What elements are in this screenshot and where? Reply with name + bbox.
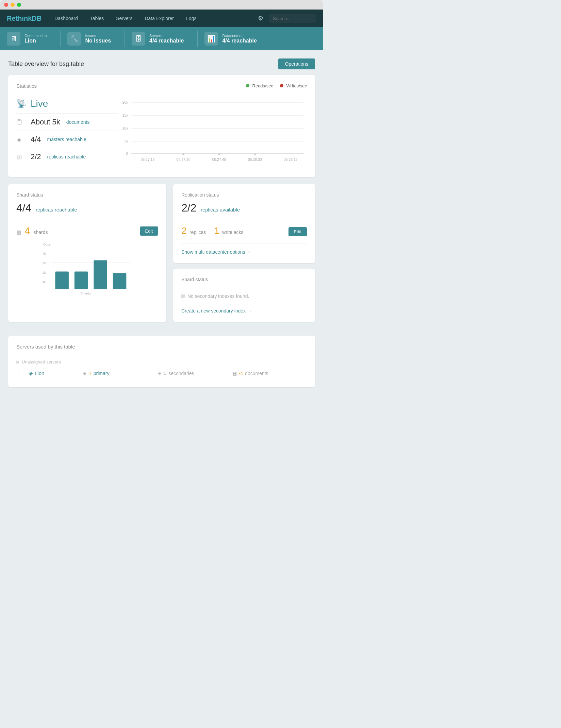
shard-count: 4 <box>24 225 30 236</box>
divider-3 <box>197 31 198 47</box>
servers-title: Servers used by this table <box>16 344 307 350</box>
nav-icons: ⚙ <box>258 14 316 23</box>
secondary-indexes-title: Shard status <box>181 277 307 282</box>
svg-text:10k: 10k <box>122 126 129 130</box>
unassigned-label: Unassigned servers <box>16 359 307 365</box>
write-acks-label: write acks <box>222 230 243 235</box>
server-link[interactable]: Lion <box>35 370 44 376</box>
server-name: ◈ Lion <box>29 370 83 376</box>
shards-label: shards <box>33 230 48 235</box>
svg-text:05:27:15: 05:27:15 <box>141 157 155 162</box>
shard-status-title: Shard status <box>16 192 158 198</box>
replicas-icon: ⊞ <box>16 153 27 161</box>
legend-reads: Reads/sec <box>246 83 273 88</box>
svg-text:05:27:45: 05:27:45 <box>212 157 226 162</box>
svg-point-16 <box>182 153 184 155</box>
connected-label: Connected to <box>24 34 47 38</box>
legend-writes: Writes/sec <box>280 83 307 88</box>
nav-logs[interactable]: Logs <box>180 10 202 27</box>
statistics-chart: 20k 15k 10k 5k 0 05:27:15 05:27:30 05:27… <box>118 94 307 169</box>
sharding-edit-button[interactable]: Edit <box>140 226 158 236</box>
replication-sub: replicas available <box>201 207 240 213</box>
replication-value: 2/2 <box>181 202 196 214</box>
monitor-icon: 🖥 <box>7 32 20 46</box>
stat-replicas: ⊞ 2/2 replicas reachable <box>16 148 118 165</box>
server-secondaries-stat: ⊞ 0 secondaries <box>158 371 232 376</box>
servers-label: Servers <box>149 34 184 38</box>
svg-text:15k: 15k <box>122 113 129 117</box>
operations-button[interactable]: Operations <box>278 58 315 69</box>
database-icon: 🗄 <box>132 32 145 46</box>
page-title: Table overview for bsg.table <box>8 61 84 68</box>
nav-tables[interactable]: Tables <box>84 10 110 27</box>
primary-label: primary <box>94 371 110 376</box>
divider <box>16 220 158 220</box>
table-row: ◈ Lion ◈ 1 primary ⊞ 0 secondaries ▦ <box>22 367 307 379</box>
servers-value: 4/4 reachable <box>149 38 184 44</box>
writes-dot <box>280 84 283 87</box>
stat-live: 📡 Live <box>16 94 118 114</box>
svg-text:05:28:15: 05:28:15 <box>284 157 298 162</box>
nav-servers[interactable]: Servers <box>110 10 138 27</box>
nav-dashboard[interactable]: Dashboard <box>48 10 84 27</box>
svg-rect-29 <box>55 272 69 289</box>
brand-logo: RethinkDB <box>7 15 42 22</box>
divider-2 <box>125 31 125 47</box>
chart-icon: 📊 <box>204 32 218 46</box>
shards-bar-icon: ▦ <box>16 229 21 235</box>
replication-divider <box>181 220 307 220</box>
datacenters-value: 4/4 reachable <box>222 38 257 44</box>
no-index-message: No secondary indexes found. <box>181 293 307 299</box>
svg-point-17 <box>218 153 220 155</box>
window-chrome <box>0 0 323 10</box>
show-multi-link[interactable]: Show multi datacenter options <box>181 249 251 255</box>
svg-rect-30 <box>75 272 88 289</box>
write-acks-num: 1 <box>214 225 219 236</box>
docs-label: documents <box>245 371 268 376</box>
svg-text:2k: 2k <box>43 271 46 274</box>
server-primary-stat: ◈ 1 primary <box>83 371 158 376</box>
docs-icon: ▦ <box>232 371 237 376</box>
primary-icon: ◈ <box>83 371 87 376</box>
col-right: Replication status 2/2 replicas availabl… <box>173 184 315 329</box>
wrench-icon: 🔧 <box>67 32 81 46</box>
secondaries-num: 0 <box>164 371 166 376</box>
svg-text:Shards: Shards <box>81 291 91 295</box>
topnav: RethinkDB Dashboard Tables Servers Data … <box>0 10 323 27</box>
chart-legend: Reads/sec Writes/sec <box>246 83 307 88</box>
servers-divider <box>16 355 307 355</box>
search-input[interactable] <box>269 14 316 23</box>
stat-docs: 🗒 About 5k documents <box>16 114 118 131</box>
reads-dot <box>246 84 249 87</box>
svg-text:3k: 3k <box>43 261 46 265</box>
secondaries-label: secondaries <box>168 371 194 376</box>
replication-status-card: Replication status 2/2 replicas availabl… <box>173 184 315 263</box>
bar-chart-area: Docs 4k 3k 2k 1k S <box>16 242 158 298</box>
svg-text:1k: 1k <box>43 280 46 284</box>
status-datacenters: 📊 Datacenters 4/4 reachable <box>204 27 267 50</box>
connected-value: Lion <box>24 38 47 44</box>
statusbar: 🖥 Connected to Lion 🔧 Issues No Issues 🗄… <box>0 27 323 50</box>
two-col-section: Shard status 4/4 replicas reachable ▦ 4 … <box>8 184 315 329</box>
servers-card: Servers used by this table Unassigned se… <box>8 336 315 387</box>
shard-status-value: 4/4 <box>16 202 31 214</box>
settings-icon[interactable]: ⚙ <box>258 15 263 22</box>
shard-status-sub: replicas reachable <box>36 207 77 213</box>
maximize-icon[interactable] <box>17 3 21 7</box>
primary-num: 1 <box>89 371 92 376</box>
stats-title: Statistics <box>16 83 37 89</box>
svg-rect-31 <box>94 260 107 289</box>
replication-edit-button[interactable]: Edit <box>288 227 307 236</box>
server-indent: ◈ Lion ◈ 1 primary ⊞ 0 secondaries ▦ <box>16 367 307 379</box>
svg-rect-32 <box>113 273 127 289</box>
svg-text:0: 0 <box>126 152 128 156</box>
stats-body: 📡 Live 🗒 About 5k documents ◈ 4/4 master… <box>16 94 307 169</box>
server-docs-stat: ▦ -4 documents <box>232 371 307 376</box>
page-title-row: Table overview for bsg.table Operations <box>8 58 315 69</box>
replicas-num: 2 <box>181 225 187 236</box>
docs-num: -4 <box>239 371 243 376</box>
create-index-link[interactable]: Create a new secondary index <box>181 308 252 314</box>
nav-data-explorer[interactable]: Data Explorer <box>138 10 180 27</box>
close-icon[interactable] <box>4 3 8 7</box>
minimize-icon[interactable] <box>11 3 15 7</box>
